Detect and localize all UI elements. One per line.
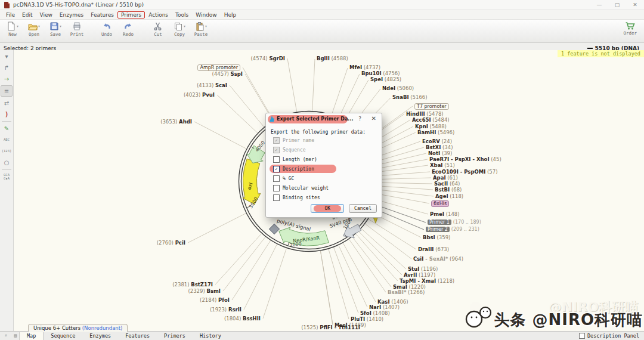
paste-button[interactable]: ▾Paste xyxy=(191,21,211,37)
search-icon[interactable]: ⌕ xyxy=(2,333,10,339)
menu-enzymes[interactable]: Enzymes xyxy=(56,11,87,18)
menu-actions[interactable]: Actions xyxy=(145,11,172,18)
enzyme-label-agei[interactable]: AgeI (118) xyxy=(435,193,463,199)
order-button[interactable]: Order xyxy=(623,21,637,36)
save-button[interactable]: ▾Save xyxy=(45,21,66,37)
enzyme-label-pfoi[interactable]: (2184) PfoI xyxy=(200,297,230,303)
enzyme-label-bstz17i[interactable]: (2381) BstZ17I xyxy=(172,282,213,288)
checkbox--gc[interactable] xyxy=(273,175,280,182)
checkbox-row--gc[interactable]: % GC xyxy=(273,175,294,182)
checkbox-row-length-mer-[interactable]: Length (mer) xyxy=(273,156,317,163)
enzyme-label-sacii[interactable]: SacII (64) xyxy=(434,181,460,187)
checkbox-description[interactable]: ✓ xyxy=(273,166,280,172)
tab-features[interactable]: Features xyxy=(118,332,157,340)
enzyme-label-rsrii[interactable]: (1923) RsrII xyxy=(210,307,242,313)
plasmid-map-canvas[interactable]: oriNeoR/KanRpoly(A) signalbGH poSV40 pro… xyxy=(14,50,644,332)
checkbox-row-sequence[interactable]: ✓Sequence xyxy=(273,147,306,153)
checkbox-primer-name[interactable]: ✓ xyxy=(273,137,280,144)
feature-diamond[interactable] xyxy=(270,224,280,234)
enzyme-label-snabi[interactable]: SnaBI (5166) xyxy=(392,94,428,100)
feature-ori[interactable] xyxy=(243,159,261,204)
arc-tool-icon[interactable]: ) xyxy=(1,109,12,119)
sequence-icon[interactable]: GCAC▪A xyxy=(1,172,12,182)
feature-label-6xhis[interactable]: 6xHis xyxy=(431,200,449,207)
checkbox-molecular-weight[interactable] xyxy=(273,185,280,191)
enzyme-label-bstbi[interactable]: BstBI (68) xyxy=(435,187,462,193)
enzyme-display-icon[interactable]: ≡ xyxy=(1,85,13,97)
enzyme-label-apai[interactable]: ApaI (61) xyxy=(433,175,458,181)
menu-primers[interactable]: Primers xyxy=(117,11,145,18)
checkbox-length-mer-[interactable] xyxy=(273,156,280,163)
enzyme-label-acc65i[interactable]: Acc65I (5484) xyxy=(412,117,450,123)
enzyme-label-csii[interactable]: CsiI - SexAI* (964) xyxy=(413,256,463,262)
enzyme-label-draiii[interactable]: DraIII (673) xyxy=(418,246,449,252)
enzyme-label-sgrdi[interactable]: (4574) SgrDI xyxy=(250,55,285,61)
tab-sequence[interactable]: Sequence xyxy=(44,332,82,340)
enzyme-label-bsmi[interactable]: (2329) BsmI xyxy=(188,288,221,294)
enzyme-label-sfoi[interactable]: SfoI (1408) xyxy=(360,310,390,316)
checkbox-sequence[interactable]: ✓ xyxy=(273,147,280,153)
enzyme-label-pvui[interactable]: (4023) PvuI xyxy=(184,92,215,98)
checkbox-row-description[interactable]: ✓Description xyxy=(273,166,314,172)
description-panel-checkbox[interactable] xyxy=(579,333,585,339)
ok-button[interactable]: OK xyxy=(311,204,344,213)
enzyme-label-tspmixmai[interactable]: TspMI - XmaI (1218) xyxy=(400,278,454,284)
primer-label-primer-1[interactable]: Primer 1(170 .. 189) xyxy=(428,220,481,225)
pencil-icon[interactable]: ✎ xyxy=(1,123,12,134)
enzyme-label-bpu10i[interactable]: Bpu10I (4756) xyxy=(361,70,400,76)
enzyme-label-stui[interactable]: StuI (1196) xyxy=(408,266,438,272)
checkbox-row-binding-sites[interactable]: Binding sites xyxy=(273,194,320,201)
enzyme-set-tab[interactable]: Unique 6+ Cutters (Nonredundant) xyxy=(28,324,128,332)
enzyme-label-bstxi[interactable]: BstXI (34) xyxy=(426,144,453,150)
enzyme-label-noti[interactable]: NotI (39) xyxy=(428,150,452,156)
tab-map[interactable]: Map xyxy=(19,332,44,340)
menu-features[interactable]: Features xyxy=(87,11,117,18)
cancel-button[interactable]: Cancel xyxy=(349,204,377,213)
enzyme-label-pmei[interactable]: PmeI (148) xyxy=(430,211,460,217)
undo-button[interactable]: Undo xyxy=(97,21,117,37)
enzyme-label-bamhi[interactable]: BamHI (5496) xyxy=(417,129,454,135)
enzyme-label-avrii[interactable]: AvrII (1197) xyxy=(404,272,435,278)
feature-arrow-icon[interactable]: → xyxy=(1,74,12,84)
cut-button[interactable]: Cut xyxy=(148,21,168,37)
primer-label-primer-2[interactable]: Primer 2(209 .. 231) xyxy=(426,227,479,233)
primer-tool-icon[interactable]: ↱ xyxy=(1,63,12,73)
tab-enzymes[interactable]: Enzymes xyxy=(82,332,118,340)
minimize-button[interactable]: — xyxy=(590,0,608,10)
copy-button[interactable]: ▾Copy xyxy=(169,21,190,37)
redo-button[interactable]: Redo xyxy=(118,21,138,37)
description-panel-toggle[interactable]: Description Panel xyxy=(579,333,639,339)
new-button[interactable]: ▾New xyxy=(2,21,23,37)
enzyme-label-mfei[interactable]: MfeI (4737) xyxy=(349,64,380,70)
enzyme-label-pcii[interactable]: (2760) PciI xyxy=(157,240,185,246)
print-button[interactable]: Print xyxy=(67,21,87,37)
enzyme-label-pluti[interactable]: PluTI (1410) xyxy=(351,316,383,322)
help-icon[interactable]: ? xyxy=(358,116,361,122)
enzyme-label-sspi[interactable]: (4457) SspI xyxy=(212,71,243,77)
enzyme-label-paer7ipspxixhoi[interactable]: PaeR7I - PspXI - XhoI (45) xyxy=(429,156,501,162)
checkbox-row-molecular-weight[interactable]: Molecular weight xyxy=(273,185,329,191)
menu-file[interactable]: File xyxy=(2,11,18,18)
enzyme-label-ndei[interactable]: NdeI (5060) xyxy=(382,85,414,91)
checkbox-binding-sites[interactable] xyxy=(273,194,280,201)
enzyme-label-bsabi[interactable]: BsaBI* (1266) xyxy=(388,289,425,295)
flip-arrows-icon[interactable]: ⇄ xyxy=(1,98,12,108)
enzyme-label-bbsi[interactable]: BbsI (359) xyxy=(423,234,450,240)
enzyme-label-scai[interactable]: (4133) ScaI xyxy=(197,82,227,88)
feature-label-ampr-promoter[interactable]: AmpR promoter xyxy=(197,64,240,71)
menu-tools[interactable]: Tools xyxy=(172,11,192,18)
enzyme-label-bsshii[interactable]: (1804) BssHII xyxy=(224,316,261,322)
tab-primers[interactable]: Primers xyxy=(157,332,193,340)
open-button[interactable]: ▾Open xyxy=(24,21,44,37)
collapse-arrow-icon[interactable]: ▾ xyxy=(1,51,12,61)
menu-window[interactable]: Window xyxy=(192,11,221,18)
menu-help[interactable]: Help xyxy=(221,11,240,18)
enzyme-label-kpni[interactable]: KpnI (5488) xyxy=(415,123,447,129)
menu-edit[interactable]: Edit xyxy=(18,11,36,18)
maximize-button[interactable]: ▢ xyxy=(608,0,626,10)
abc-label-icon[interactable]: ABC xyxy=(1,135,12,145)
enzyme-label-spei[interactable]: SpeI (4825) xyxy=(370,76,401,82)
enzyme-label-nari[interactable]: NarI (1407) xyxy=(369,304,400,310)
checkbox-row-primer-name[interactable]: ✓Primer name xyxy=(273,137,314,144)
enzyme-label-bglii[interactable]: BglII (4588) xyxy=(317,55,348,61)
